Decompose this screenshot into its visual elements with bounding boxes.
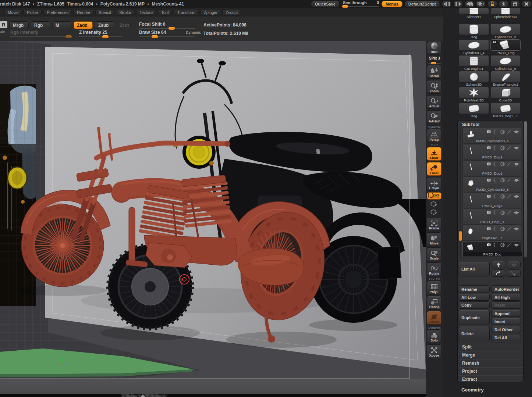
subtool-row-icons[interactable]: [486, 194, 519, 199]
rgb-intensity-track[interactable]: [10, 36, 71, 37]
subtool-row-icons[interactable]: [486, 243, 519, 247]
subtool-row[interactable]: EngBase1 _1: [462, 225, 521, 241]
restore-icon[interactable]: [510, 1, 520, 7]
subtool-thumbnail[interactable]: [464, 210, 478, 221]
bottom-scrollbar[interactable]: [0, 394, 427, 397]
draw-mode-mrgb[interactable]: Mrgb: [10, 21, 29, 29]
menus-button[interactable]: Menus: [382, 1, 402, 7]
subtool-row-icons[interactable]: [486, 210, 519, 215]
duplicate-button[interactable]: Duplicate: [458, 310, 490, 325]
menu-stencil[interactable]: Stencil: [95, 9, 114, 15]
tool-item[interactable]: PM3D_Dog1 _1: [490, 103, 521, 118]
draw-mode-zadd[interactable]: Zadd: [74, 21, 93, 29]
quicksave-button[interactable]: QuickSave: [311, 1, 340, 7]
scroll-up-arrow[interactable]: [141, 394, 145, 397]
subtool-thumbnail[interactable]: [464, 145, 478, 156]
subtool-row-icons[interactable]: [486, 178, 519, 183]
menu-stroke[interactable]: Stroke: [116, 9, 134, 15]
tool-thumbnail[interactable]: [491, 8, 520, 14]
shelf-ghost-button[interactable]: Ghost: [427, 311, 441, 325]
del-other-button[interactable]: Del Other: [491, 326, 521, 333]
z-intensity-label[interactable]: Z Intensity 25: [79, 30, 107, 35]
subtool-thumbnail[interactable]: [464, 129, 478, 140]
subtool-row-icons[interactable]: [486, 129, 519, 134]
subtool-corner-arrow-button[interactable]: [507, 269, 521, 277]
shelf-actual-button[interactable]: x1Actual: [427, 95, 441, 109]
tool-thumbnail[interactable]: [491, 24, 520, 35]
subtool-row-icons[interactable]: [486, 162, 519, 167]
shelf-polyf-button[interactable]: PolyF: [427, 281, 441, 294]
menu-zscript[interactable]: Zscript: [222, 9, 241, 15]
subtool-row[interactable]: PM3D_Cylinder3D_4: [462, 128, 521, 144]
tool-item[interactable]: Cut-engine1: [459, 56, 489, 71]
spix-slider[interactable]: SPix 3: [427, 56, 442, 64]
draw-size-knob[interactable]: [152, 35, 158, 38]
tool-item[interactable]: Cylinder3D_6: [490, 56, 521, 71]
paste-button[interactable]: Paste: [491, 301, 521, 309]
tool-item[interactable]: Silencer1: [459, 8, 489, 19]
shelf-solo-button[interactable]: Solo: [427, 329, 441, 343]
z-intensity-track[interactable]: [79, 36, 123, 37]
copy-button[interactable]: Copy: [458, 301, 490, 309]
section-project[interactable]: Project: [458, 367, 523, 375]
all-low-button[interactable]: All Low: [458, 294, 490, 301]
dynamic-mode-label[interactable]: Dynamic: [186, 31, 201, 35]
shelf-zoom-button[interactable]: Zoom: [427, 80, 441, 94]
scroll-down-arrow[interactable]: [145, 394, 150, 397]
subtool-header[interactable]: SubTool: [462, 122, 479, 127]
tool-item[interactable]: EngineTriangle1: [490, 71, 521, 86]
tool-thumbnail[interactable]: [459, 8, 489, 14]
tool-item[interactable]: Cube3D: [490, 87, 521, 102]
del-all-button[interactable]: Del All: [491, 334, 521, 341]
see-through-slider[interactable]: See-through 0: [341, 0, 380, 8]
prev-doc-icon[interactable]: [465, 1, 474, 7]
focal-shift-knob[interactable]: [169, 27, 175, 30]
shelf-persp-button[interactable]: Persp: [427, 129, 441, 142]
shelf-aahalf-button[interactable]: AAHalf: [427, 110, 441, 124]
tool-item[interactable]: Cylinder3D_3: [490, 24, 521, 39]
subtool-thumbnail[interactable]: [464, 226, 478, 237]
subtool-down-arrow-button[interactable]: [507, 261, 521, 268]
draw-mode-m[interactable]: M: [52, 21, 71, 29]
shelf-move-button[interactable]: Move: [427, 232, 441, 246]
subtool-thumbnail[interactable]: [464, 242, 478, 253]
delete-button[interactable]: Delete: [458, 326, 490, 341]
shelf-local-button[interactable]: Local: [427, 162, 441, 176]
shelf-scale-button[interactable]: Scale: [427, 247, 441, 261]
right-tray-toggle-icon[interactable]: [453, 1, 463, 7]
tool-thumbnail[interactable]: [459, 24, 489, 35]
tool-thumbnail[interactable]: [459, 103, 489, 114]
subtool-scroll-marker[interactable]: [459, 231, 462, 241]
shelf-xyz-button[interactable]: XYZ: [427, 192, 441, 200]
all-high-button[interactable]: All High: [491, 294, 521, 301]
draw-size-track[interactable]: [139, 36, 195, 37]
subtool-row[interactable]: PM3D_Dog2_1: [462, 209, 521, 225]
subtool-up-arrow-button[interactable]: [492, 261, 505, 268]
tool-thumbnail[interactable]: [491, 56, 520, 66]
shelf-scroll-button[interactable]: Scroll: [427, 65, 441, 79]
tool-item[interactable]: Sphereinder3D: [490, 8, 521, 19]
tool-item[interactable]: Cylinder3D_4: [459, 40, 489, 55]
tool-thumbnail[interactable]: [459, 71, 489, 82]
left-tray-toggle-icon[interactable]: [442, 1, 451, 7]
subtool-row-icons[interactable]: [486, 146, 519, 150]
tool-thumbnail[interactable]: [459, 40, 489, 50]
subtool-row[interactable]: PM3D_Cylinder3D_5: [462, 176, 521, 192]
subtool-row-icons[interactable]: [486, 226, 519, 231]
geometry-section-label[interactable]: Geometry: [461, 387, 484, 393]
see-through-knob[interactable]: [342, 5, 348, 8]
tool-thumbnail[interactable]: [459, 87, 489, 98]
shelf-rotz-icon[interactable]: Z: [427, 209, 441, 216]
menu-tool[interactable]: Tool: [158, 9, 172, 15]
menu-preferences[interactable]: Preferences: [43, 9, 72, 15]
menu-picker[interactable]: Picker: [24, 9, 42, 15]
section-remesh[interactable]: Remesh: [458, 359, 523, 367]
default-zscript-button[interactable]: DefaultZScript: [404, 1, 440, 7]
insert-button[interactable]: Insert: [491, 318, 521, 325]
shelf-roty-icon[interactable]: Y: [427, 201, 441, 208]
focal-shift-label[interactable]: Focal Shift 0: [139, 22, 165, 27]
tool-item[interactable]: Sphere3D: [459, 71, 489, 86]
rgb-intensity-knob[interactable]: [65, 35, 72, 38]
subtool-thumbnail[interactable]: [464, 178, 478, 189]
shelf-transp-button[interactable]: Transp: [427, 296, 441, 310]
